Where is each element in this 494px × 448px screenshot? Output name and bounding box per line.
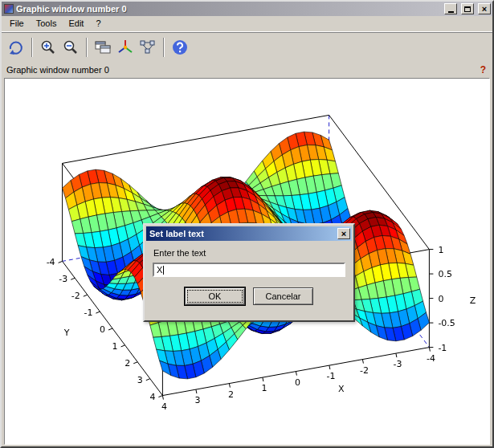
toolbar-separator: [31, 38, 33, 57]
menu-file[interactable]: File: [5, 17, 31, 31]
dialog-body: Enter the text X OK Cancelar: [146, 241, 352, 305]
dialog-buttons: OK Cancelar: [153, 287, 345, 305]
minimize-button[interactable]: [444, 3, 457, 14]
window-title: Graphic window number 0: [16, 4, 440, 14]
label-text-input[interactable]: X: [153, 263, 345, 277]
window-titlebar[interactable]: Graphic window number 0 ×: [2, 2, 492, 16]
set-label-dialog: Set label text × Enter the text X OK Can…: [143, 223, 355, 322]
dialog-title: Set label text: [149, 229, 336, 238]
help-icon: [171, 39, 189, 56]
minimize-icon: [448, 11, 454, 13]
maximize-button[interactable]: [461, 3, 474, 14]
infobar-help-marker[interactable]: ?: [480, 64, 486, 75]
infobar: Graphic window number 0 ?: [2, 62, 492, 78]
toolbar: [2, 31, 492, 62]
graphic-window: Graphic window number 0 × File Tools Edi…: [0, 0, 494, 448]
axes-3d-button[interactable]: [114, 36, 137, 59]
axes-3d-icon: [116, 39, 134, 56]
rotate-button[interactable]: [5, 36, 27, 59]
maximize-icon: [464, 6, 471, 12]
infobar-label: Graphic window number 0: [6, 65, 109, 75]
close-button[interactable]: ×: [478, 3, 491, 14]
zoom-out-icon: [62, 39, 80, 56]
toolbar-separator: [86, 38, 88, 57]
help-button[interactable]: [169, 36, 191, 59]
dialog-prompt: Enter the text: [153, 248, 345, 258]
app-icon: [4, 4, 14, 14]
zoom-out-button[interactable]: [59, 36, 82, 59]
graph-entities-button[interactable]: [137, 36, 159, 59]
figure-editor-button[interactable]: [92, 36, 114, 59]
dialog-titlebar[interactable]: Set label text ×: [146, 226, 352, 241]
menu-help[interactable]: ?: [91, 17, 108, 31]
toolbar-separator: [163, 38, 165, 57]
zoom-in-button[interactable]: [37, 36, 59, 59]
menu-tools[interactable]: Tools: [31, 17, 64, 31]
figure-editor-icon: [94, 39, 112, 56]
menu-edit[interactable]: Edit: [63, 17, 91, 31]
text-caret: [163, 266, 164, 275]
label-text-value: X: [157, 265, 162, 275]
menubar: File Tools Edit ?: [2, 16, 492, 31]
graph-entities-icon: [139, 39, 157, 56]
ok-button[interactable]: OK: [185, 287, 245, 305]
zoom-in-icon: [39, 39, 57, 56]
rotate-icon: [7, 39, 25, 56]
dialog-close-button[interactable]: ×: [337, 228, 350, 239]
cancel-button[interactable]: Cancelar: [253, 287, 313, 305]
